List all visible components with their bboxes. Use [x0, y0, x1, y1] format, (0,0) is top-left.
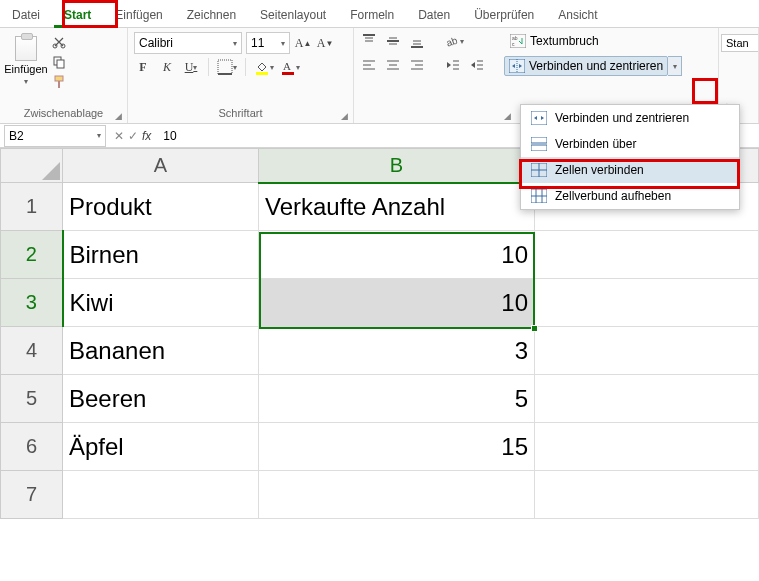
decrease-indent-button[interactable] [444, 56, 462, 74]
svg-rect-44 [531, 145, 547, 151]
chevron-down-icon: ▾ [24, 77, 28, 86]
menu-label: Verbinden über [555, 137, 636, 151]
menu-label: Verbinden und zentrieren [555, 111, 689, 125]
cell[interactable] [535, 423, 759, 471]
italic-button[interactable]: K [158, 58, 176, 76]
menu-label: Zellverbund aufheben [555, 189, 671, 203]
font-size-combo[interactable]: 11 ▾ [246, 32, 290, 54]
row-header[interactable]: 1 [1, 183, 63, 231]
align-top-button[interactable] [360, 32, 378, 50]
cell[interactable] [535, 375, 759, 423]
menu-merge-center[interactable]: Verbinden und zentrieren [521, 105, 739, 131]
merge-center-label: Verbinden und zentrieren [529, 59, 663, 73]
wrap-text-button[interactable]: abc Textumbruch [504, 32, 682, 50]
dialog-launcher-icon[interactable]: ◢ [341, 111, 351, 121]
name-box[interactable]: B2 ▾ [4, 125, 106, 147]
merge-center-button[interactable]: Verbinden und zentrieren [504, 56, 668, 76]
menu-label: Zellen verbinden [555, 163, 644, 177]
cell[interactable]: 10 [259, 231, 535, 279]
cell[interactable]: 10 [259, 279, 535, 327]
cell[interactable]: Birnen [63, 231, 259, 279]
fill-color-button[interactable]: ▾ [254, 58, 274, 76]
cell[interactable]: 5 [259, 375, 535, 423]
svg-rect-5 [58, 81, 60, 88]
wrap-text-label: Textumbruch [530, 34, 599, 48]
column-header-b[interactable]: B [259, 149, 535, 183]
svg-rect-42 [531, 111, 547, 125]
cell[interactable] [259, 471, 535, 519]
cell[interactable]: Äpfel [63, 423, 259, 471]
row-header[interactable]: 4 [1, 327, 63, 375]
cell[interactable] [535, 471, 759, 519]
orientation-button[interactable]: ab▾ [444, 32, 464, 50]
dialog-launcher-icon[interactable]: ◢ [504, 111, 514, 121]
cell[interactable]: Bananen [63, 327, 259, 375]
paste-button[interactable]: Einfügen ▾ [6, 32, 46, 86]
align-middle-button[interactable] [384, 32, 402, 50]
cancel-formula-button[interactable]: ✕ [114, 129, 124, 143]
tab-data[interactable]: Daten [406, 3, 462, 27]
svg-rect-8 [256, 72, 268, 75]
align-right-button[interactable] [408, 56, 426, 74]
cell[interactable]: Beeren [63, 375, 259, 423]
tab-review[interactable]: Überprüfen [462, 3, 546, 27]
format-painter-button[interactable] [50, 74, 68, 90]
tab-pagelayout[interactable]: Seitenlayout [248, 3, 338, 27]
tab-file[interactable]: Datei [0, 3, 52, 27]
menu-merge-cells[interactable]: Zellen verbinden [521, 157, 739, 183]
font-size-value: 11 [251, 36, 264, 50]
row-header[interactable]: 7 [1, 471, 63, 519]
cell[interactable]: Verkaufte Anzahl [259, 183, 535, 231]
row-header[interactable]: 6 [1, 423, 63, 471]
align-left-button[interactable] [360, 56, 378, 74]
merge-dropdown-menu: Verbinden und zentrieren Verbinden über … [520, 104, 740, 210]
svg-rect-3 [57, 60, 64, 68]
copy-button[interactable] [50, 54, 68, 70]
borders-button[interactable]: ▾ [217, 58, 237, 76]
name-box-value: B2 [9, 129, 24, 143]
cell[interactable]: Kiwi [63, 279, 259, 327]
increase-indent-button[interactable] [468, 56, 486, 74]
number-format-combo[interactable]: Stan [721, 34, 759, 52]
font-name-combo[interactable]: Calibri ▾ [134, 32, 242, 54]
tab-view[interactable]: Ansicht [546, 3, 609, 27]
cut-button[interactable] [50, 34, 68, 50]
align-center-button[interactable] [384, 56, 402, 74]
column-header-a[interactable]: A [63, 149, 259, 183]
increase-font-button[interactable]: A▲ [294, 34, 312, 52]
merge-dropdown-button[interactable]: ▾ [668, 56, 682, 76]
menu-merge-across[interactable]: Verbinden über [521, 131, 739, 157]
svg-text:A: A [283, 60, 291, 72]
row-header[interactable]: 3 [1, 279, 63, 327]
tab-formulas[interactable]: Formeln [338, 3, 406, 27]
cell[interactable]: 15 [259, 423, 535, 471]
row-header[interactable]: 2 [1, 231, 63, 279]
clipboard-icon [15, 36, 37, 61]
cell[interactable] [535, 327, 759, 375]
align-bottom-button[interactable] [408, 32, 426, 50]
accept-formula-button[interactable]: ✓ [128, 129, 138, 143]
fx-icon[interactable]: fx [142, 129, 151, 143]
cell[interactable] [535, 279, 759, 327]
cell[interactable]: Produkt [63, 183, 259, 231]
decrease-font-button[interactable]: A▼ [316, 34, 334, 52]
dialog-launcher-icon[interactable]: ◢ [115, 111, 125, 121]
underline-button[interactable]: U ▾ [182, 58, 200, 76]
group-label-font: Schriftart [134, 107, 347, 121]
font-color-button[interactable]: A▾ [280, 58, 300, 76]
bold-button[interactable]: F [134, 58, 152, 76]
cell[interactable]: 3 [259, 327, 535, 375]
svg-text:c: c [512, 41, 515, 47]
row-header[interactable]: 5 [1, 375, 63, 423]
tab-insert[interactable]: Einfügen [103, 3, 174, 27]
svg-rect-6 [218, 60, 232, 74]
cell[interactable] [63, 471, 259, 519]
tab-draw[interactable]: Zeichnen [175, 3, 248, 27]
fill-handle[interactable] [531, 325, 538, 332]
font-name-value: Calibri [139, 36, 173, 50]
select-all-corner[interactable] [1, 149, 63, 183]
tab-home[interactable]: Start [52, 3, 103, 27]
cell[interactable] [535, 231, 759, 279]
menu-unmerge[interactable]: Zellverbund aufheben [521, 183, 739, 209]
svg-rect-43 [531, 137, 547, 143]
